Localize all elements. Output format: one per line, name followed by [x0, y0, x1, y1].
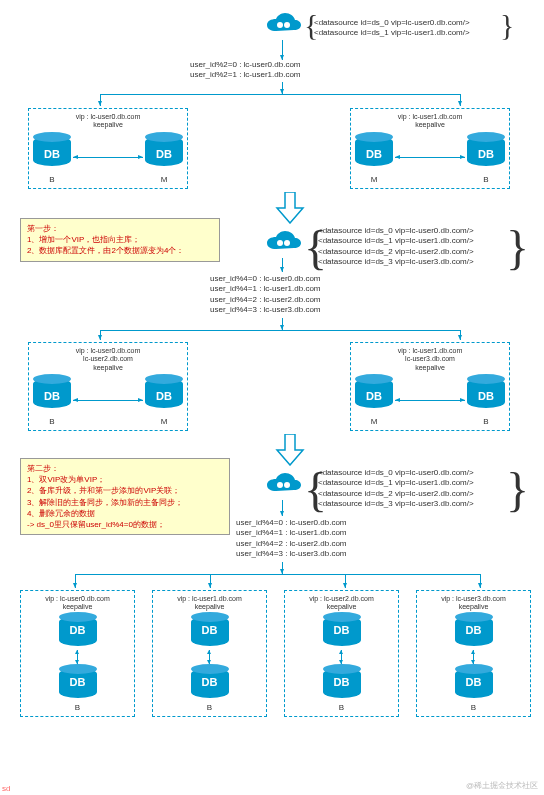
arrow-down — [282, 258, 283, 272]
big-arrow-icon — [275, 434, 305, 468]
sync-arrow — [73, 157, 143, 158]
hsplit — [100, 330, 460, 331]
sync-arrow — [395, 400, 465, 401]
stage3-config: <datasource id=ds_0 vip=lc-user0.db.com/… — [318, 468, 474, 510]
svg-point-0 — [277, 22, 283, 28]
arrow-down — [460, 330, 461, 340]
hsplit — [75, 574, 480, 575]
db-icon: DB — [467, 136, 505, 174]
stage1-left-group: vip : lc-user0.db.comkeepalive DBB DBM — [28, 108, 188, 189]
db-icon: DB — [33, 378, 71, 416]
stage1-routing: user_id%2=0 : lc-user0.db.comuser_id%2=1… — [190, 60, 301, 81]
brace-right: } — [500, 8, 514, 42]
arrow-down — [282, 40, 283, 60]
db-icon: DB — [33, 136, 71, 174]
db-icon: DB — [323, 664, 361, 702]
arrow-down — [345, 574, 346, 588]
stage2-config: <datasource id=ds_0 vip=lc-user0.db.com/… — [318, 226, 474, 268]
arrow-down — [75, 574, 76, 588]
stage2-routing: user_id%4=0 : lc-user0.db.comuser_id%4=1… — [210, 274, 321, 316]
arrow-down — [282, 562, 283, 574]
arrow-down — [100, 330, 101, 340]
stage3-routing: user_id%4=0 : lc-user0.db.comuser_id%4=1… — [236, 518, 347, 560]
db-icon: DB — [355, 378, 393, 416]
stage3-group-1: vip : lc-user1.db.comkeepalive DB DB B — [152, 590, 267, 717]
stage3-group-3: vip : lc-user3.db.comkeepalive DB DB B — [416, 590, 531, 717]
svg-point-2 — [277, 240, 283, 246]
svg-point-5 — [284, 482, 290, 488]
stage3-group-2: vip : lc-user2.db.comkeepalive DB DB B — [284, 590, 399, 717]
arrow-down — [282, 82, 283, 94]
brace-right: } — [506, 220, 529, 275]
brace-right: } — [506, 462, 529, 517]
db-icon: DB — [145, 136, 183, 174]
svg-point-1 — [284, 22, 290, 28]
sync-arrow — [77, 650, 78, 664]
stage3-group-0: vip : lc-user0.db.comkeepalive DB DB B — [20, 590, 135, 717]
svg-point-4 — [277, 482, 283, 488]
watermark: @稀土掘金技术社区 — [466, 780, 538, 791]
arrow-down — [210, 574, 211, 588]
db-icon: DB — [145, 378, 183, 416]
svg-point-3 — [284, 240, 290, 246]
sd-label: sd — [2, 784, 10, 793]
arrow-down — [282, 318, 283, 330]
db-icon: DB — [191, 664, 229, 702]
arrow-down — [100, 94, 101, 106]
config-cloud-icon — [262, 472, 302, 498]
db-icon: DB — [455, 612, 493, 650]
stage2-left-group: vip : lc-user0.db.comlc-user2.db.comkeep… — [28, 342, 188, 431]
arrow-down — [460, 94, 461, 106]
db-icon: DB — [191, 612, 229, 650]
db-icon: DB — [467, 378, 505, 416]
big-arrow-icon — [275, 192, 305, 226]
step1-note: 第一步： 1、增加一个VIP，也指向主库； 2、数据库配置文件，由2个数据源变为… — [20, 218, 220, 262]
db-icon: DB — [355, 136, 393, 174]
hsplit — [100, 94, 460, 95]
arrow-down — [480, 574, 481, 588]
arrow-down — [282, 500, 283, 516]
stage1-config: <datasource id=ds_0 vip=lc-user0.db.com/… — [314, 18, 470, 39]
sync-arrow — [209, 650, 210, 664]
sync-arrow — [395, 157, 465, 158]
stage1-right-group: vip : lc-user1.db.comkeepalive DBM DBB — [350, 108, 510, 189]
db-icon: DB — [323, 612, 361, 650]
step2-note: 第二步： 1、双VIP改为单VIP； 2、备库升级，并和第一步添加的VIP关联；… — [20, 458, 230, 535]
sync-arrow — [341, 650, 342, 664]
config-cloud-icon — [262, 12, 302, 38]
db-icon: DB — [455, 664, 493, 702]
db-icon: DB — [59, 664, 97, 702]
stage2-right-group: vip : lc-user1.db.comlc-user3.db.comkeep… — [350, 342, 510, 431]
config-cloud-icon — [262, 230, 302, 256]
sync-arrow — [473, 650, 474, 664]
sync-arrow — [73, 400, 143, 401]
db-icon: DB — [59, 612, 97, 650]
